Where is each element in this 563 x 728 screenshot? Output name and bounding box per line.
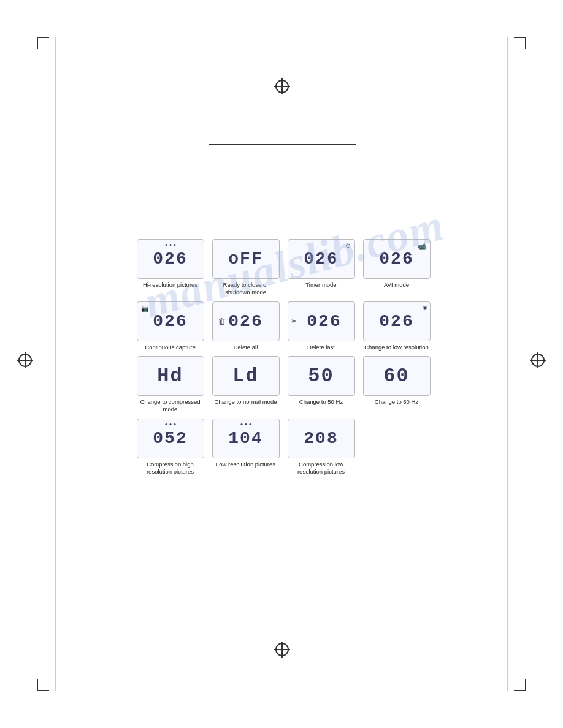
corner-mark-tr: [514, 37, 526, 49]
corner-mark-br: [514, 679, 526, 691]
dots-low-res: [240, 423, 251, 425]
label-change-60hz: Change to 60 Hz: [375, 398, 418, 406]
cell-continuous-capture: 📷 026 Continuous capture: [135, 301, 205, 351]
number-change-compressed: Hd: [157, 365, 183, 387]
mode-icon: ◉: [423, 305, 427, 311]
label-avi: AVI mode: [384, 281, 409, 289]
display-low-res-pictures: 104: [212, 419, 280, 458]
grid-row-2: Hd Change to compressed mode Ld Change t…: [135, 356, 442, 414]
display-ready-close: oFF: [212, 239, 280, 279]
label-ready-close: Ready to close or shutdown mode: [213, 281, 279, 297]
display-continuous: 📷 026: [137, 301, 204, 341]
display-change-compressed: Hd: [137, 356, 204, 396]
label-change-low-res: Change to low resolution: [364, 344, 429, 351]
cell-change-60hz: 60 Change to 60 Hz: [361, 356, 432, 414]
number-change-low-res: 026: [379, 312, 413, 331]
label-compression-low-res: Compression low resolution pictures: [288, 461, 354, 476]
label-timer: Timer mode: [305, 281, 336, 289]
cell-low-res-pictures: 104 Low resolution pictures: [210, 419, 281, 476]
grid-row-0: 026 Hi-resolution pictures oFF Ready to …: [135, 239, 442, 297]
cell-hi-res-pictures: 026 Hi-resolution pictures: [135, 239, 205, 297]
display-hi-res: 026: [137, 239, 204, 279]
label-continuous: Continuous capture: [145, 344, 195, 351]
label-change-normal: Change to normal mode: [215, 398, 277, 406]
cell-change-50hz: 50 Change to 50 Hz: [286, 356, 356, 414]
cell-compression-low-res: 208 Compression low resolution pictures: [286, 419, 356, 476]
cell-change-compressed: Hd Change to compressed mode: [135, 356, 205, 414]
crosshair-top: [274, 78, 290, 94]
display-avi: 📹 026: [363, 239, 431, 279]
label-low-res-pictures: Low resolution pictures: [216, 461, 275, 468]
top-divider-line: [209, 144, 356, 145]
number-continuous: 026: [153, 312, 187, 331]
display-change-50hz: 50: [288, 356, 355, 396]
dots-compression-high: [165, 423, 175, 425]
display-compression-high-res: 052: [137, 419, 204, 458]
timer-icon: ⏱: [345, 243, 351, 249]
display-change-60hz: 60: [363, 356, 431, 396]
label-change-compressed: Change to compressed mode: [137, 398, 204, 414]
display-change-normal: Ld: [212, 356, 280, 396]
margin-line-left: [55, 37, 56, 691]
cell-change-low-res: ◉ 026 Change to low resolution: [361, 301, 432, 351]
trash-icon: 🗑: [218, 317, 226, 326]
label-change-50hz: Change to 50 Hz: [299, 398, 343, 406]
cell-compression-high-res: 052 Compression high resolution pictures: [135, 419, 205, 476]
cell-delete-all: 🗑 026 Delete all: [210, 301, 281, 351]
corner-mark-bl: [37, 679, 49, 691]
display-grid: 026 Hi-resolution pictures oFF Ready to …: [135, 239, 442, 480]
cell-timer-mode: ⏱ 026 Timer mode: [286, 239, 356, 297]
label-hi-res: Hi-resolution pictures: [143, 281, 197, 289]
number-ready-close: oFF: [228, 249, 262, 268]
number-change-60hz: 60: [383, 365, 409, 387]
crosshair-left: [17, 352, 33, 368]
cell-delete-last: ✂ 026 Delete last: [286, 301, 356, 351]
crosshair-bottom: [274, 642, 290, 658]
cell-avi-mode: 📹 026 AVI mode: [361, 239, 432, 297]
display-delete-all: 🗑 026: [212, 301, 280, 341]
dots-hi-res: [165, 244, 175, 246]
grid-row-1: 📷 026 Continuous capture 🗑 026 Delete al…: [135, 301, 442, 351]
number-compression-high-res: 052: [153, 429, 187, 448]
number-change-normal: Ld: [232, 365, 258, 387]
display-delete-last: ✂ 026: [288, 301, 355, 341]
display-timer: ⏱ 026: [288, 239, 355, 279]
grid-row-3: 052 Compression high resolution pictures…: [135, 419, 442, 476]
label-delete-last: Delete last: [307, 344, 335, 351]
cell-change-normal: Ld Change to normal mode: [210, 356, 281, 414]
video-icon: 📹: [418, 243, 426, 251]
number-timer: 026: [304, 249, 338, 268]
number-avi: 026: [379, 249, 413, 268]
number-delete-all: 026: [228, 312, 262, 331]
crosshair-right: [530, 352, 546, 368]
number-hi-res: 026: [153, 249, 187, 268]
display-change-low-res: ◉ 026: [363, 301, 431, 341]
display-compression-low-res: 208: [288, 419, 355, 458]
number-delete-last: 026: [307, 312, 341, 331]
number-low-res-pictures: 104: [228, 429, 262, 448]
corner-mark-tl: [37, 37, 49, 49]
cell-ready-close: oFF Ready to close or shutdown mode: [210, 239, 281, 297]
number-compression-low-res: 208: [304, 429, 338, 448]
scissors-icon: ✂: [291, 317, 297, 325]
margin-line-right: [507, 37, 508, 691]
label-delete-all: Delete all: [234, 344, 258, 351]
camera-small-icon: 📷: [141, 305, 148, 312]
number-change-50hz: 50: [308, 365, 334, 387]
label-compression-high-res: Compression high resolution pictures: [137, 461, 204, 476]
